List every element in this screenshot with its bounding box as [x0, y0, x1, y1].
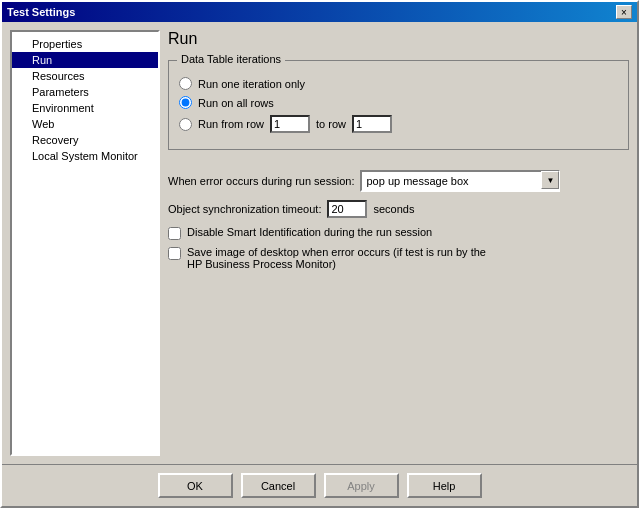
sidebar-item-environment[interactable]: Environment [12, 100, 158, 116]
sidebar-item-run[interactable]: Run [12, 52, 158, 68]
sync-timeout-label: Object synchronization timeout: [168, 203, 321, 215]
disable-smart-id-checkbox[interactable] [168, 227, 181, 240]
sidebar-item-properties[interactable]: Properties [12, 36, 158, 52]
data-table-legend: Data Table iterations [177, 53, 285, 65]
help-button[interactable]: Help [407, 473, 482, 498]
radio-all-rows[interactable] [179, 96, 192, 109]
disable-smart-id-label: Disable Smart Identification during the … [187, 226, 432, 238]
sidebar-item-web[interactable]: Web [12, 116, 158, 132]
radio-row-one-iteration: Run one iteration only [179, 77, 618, 90]
window-title: Test Settings [7, 6, 75, 18]
error-dropdown-row: When error occurs during run session: po… [168, 170, 629, 192]
data-table-group: Data Table iterations Run one iteration … [168, 60, 629, 150]
sync-timeout-row: Object synchronization timeout: seconds [168, 200, 629, 218]
cancel-button[interactable]: Cancel [241, 473, 316, 498]
sidebar: Properties Run Resources Parameters Envi… [10, 30, 160, 456]
sidebar-item-resources[interactable]: Resources [12, 68, 158, 84]
bottom-buttons: OK Cancel Apply Help [2, 464, 637, 506]
title-bar: Test Settings × [2, 2, 637, 22]
from-row-input[interactable] [270, 115, 310, 133]
panel-title: Run [168, 30, 629, 48]
main-panel: Run Data Table iterations Run one iterat… [168, 30, 629, 456]
content-area: Properties Run Resources Parameters Envi… [2, 22, 637, 464]
to-row-input[interactable] [352, 115, 392, 133]
close-button[interactable]: × [616, 5, 632, 19]
radio-one-iteration[interactable] [179, 77, 192, 90]
radio-from-row[interactable] [179, 118, 192, 131]
save-image-row: Save image of desktop when error occurs … [168, 246, 629, 270]
save-image-label: Save image of desktop when error occurs … [187, 246, 486, 270]
sidebar-item-local-system-monitor[interactable]: Local System Monitor [12, 148, 158, 164]
radio-all-rows-label: Run on all rows [198, 97, 274, 109]
radio-from-row-label: Run from row [198, 118, 264, 130]
sidebar-item-parameters[interactable]: Parameters [12, 84, 158, 100]
sync-timeout-suffix: seconds [373, 203, 414, 215]
sidebar-item-recovery[interactable]: Recovery [12, 132, 158, 148]
radio-row-all-rows: Run on all rows [179, 96, 618, 109]
disable-smart-id-row: Disable Smart Identification during the … [168, 226, 629, 240]
save-image-checkbox[interactable] [168, 247, 181, 260]
error-dropdown[interactable]: pop up message box stop run proceed to n… [360, 170, 560, 192]
test-settings-window: Test Settings × Properties Run Resources… [0, 0, 639, 508]
when-error-label: When error occurs during run session: [168, 175, 354, 187]
to-row-label: to row [316, 118, 346, 130]
error-section: When error occurs during run session: po… [168, 158, 629, 280]
error-dropdown-wrapper: pop up message box stop run proceed to n… [360, 170, 560, 192]
apply-button[interactable]: Apply [324, 473, 399, 498]
radio-one-iteration-label: Run one iteration only [198, 78, 305, 90]
sync-timeout-input[interactable] [327, 200, 367, 218]
radio-row-from-row: Run from row to row [179, 115, 618, 133]
ok-button[interactable]: OK [158, 473, 233, 498]
